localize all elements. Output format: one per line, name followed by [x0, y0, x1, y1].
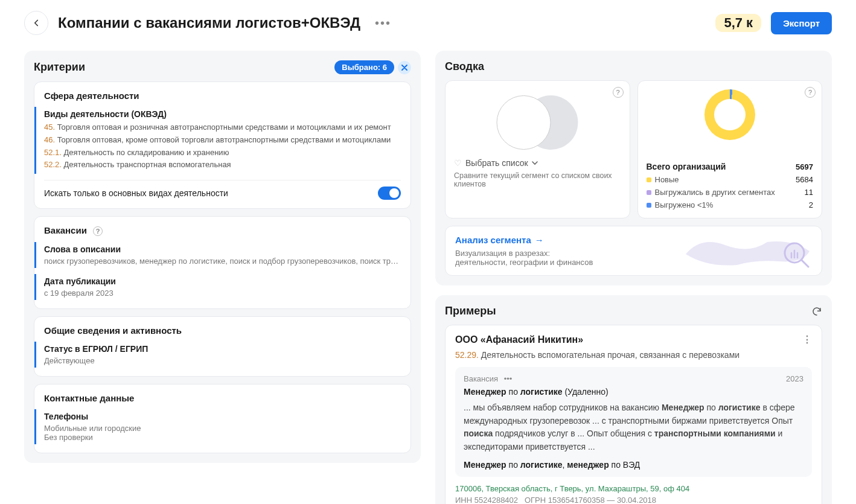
- close-icon: [401, 65, 407, 71]
- vacancy-title: Менеджер по логистике (Удаленно): [464, 387, 803, 397]
- vacancy-label: Вакансия: [464, 374, 498, 383]
- general-card-title: Общие сведения и активность: [44, 325, 401, 336]
- phones-line2: Без проверки: [44, 433, 401, 442]
- company-okved-text: Деятельность вспомогательная прочая, свя…: [481, 350, 739, 360]
- date-text: с 19 февраля 2023: [44, 289, 401, 298]
- main-okved-toggle[interactable]: [378, 187, 401, 200]
- stat-row: Выгружено <1%2: [647, 200, 814, 209]
- activity-card: Сфера деятельности Виды деятельности (ОК…: [34, 81, 411, 209]
- totals-label: Всего организаций: [647, 162, 726, 171]
- totals-card: ? Всего организаций 5697 Новые5684Выгруж…: [637, 80, 823, 219]
- export-button[interactable]: Экспорт: [771, 12, 832, 34]
- select-list-dropdown[interactable]: ♡ Выбрать список: [454, 158, 621, 168]
- status-block[interactable]: Статус в ЕГРЮЛ / ЕГРИП Действующее: [34, 342, 401, 368]
- contacts-card-title: Контактные данные: [44, 393, 401, 403]
- status-text: Действующее: [44, 356, 401, 365]
- clear-selection-button[interactable]: [398, 61, 411, 74]
- okved-line: 52.2. Деятельность транспортная вспомога…: [44, 159, 401, 171]
- words-block[interactable]: Слова в описании поиск грузоперевозчиков…: [34, 242, 401, 268]
- example-company-card: ООО «Афанасий Никитин» ⋮ 52.29. Деятельн…: [445, 325, 822, 504]
- company-okved-code: 52.29.: [455, 350, 479, 360]
- refresh-button[interactable]: [811, 306, 822, 317]
- vacancy-tags: Менеджер по логистике, менеджер по ВЭД: [464, 460, 803, 470]
- company-registry-line: ИНН 5524288402 ОГРН 1536541760358 — 30.0…: [455, 496, 812, 504]
- examples-heading: Примеры: [445, 305, 496, 317]
- arrow-left-icon: [31, 18, 42, 28]
- donut-chart: [704, 89, 755, 140]
- page-title: Компании с вакансиями логистов+ОКВЭД: [58, 14, 360, 31]
- okved-block-title: Виды деятельности (ОКВЭД): [44, 109, 401, 119]
- refresh-icon: [811, 306, 822, 317]
- analysis-link-text: Анализ сегмента: [455, 235, 531, 245]
- back-button[interactable]: [24, 11, 48, 35]
- general-card: Общие сведения и активность Статус в ЕГР…: [34, 316, 411, 377]
- compare-card: ? ♡ Выбрать список Сравните текущий сегм…: [445, 80, 630, 219]
- vacancies-card-title: Вакансии: [44, 225, 87, 235]
- vacancy-description: ... мы объявляем набор сотрудников на ва…: [464, 401, 803, 454]
- stat-row: Выгружались в других сегментах11: [647, 188, 814, 197]
- venn-diagram: [454, 89, 621, 156]
- main-okved-toggle-label: Искать только в основных видах деятельно…: [44, 188, 228, 198]
- date-title: Дата публикации: [44, 276, 401, 286]
- company-address: 170006, Тверская область, г Тверь, ул. М…: [455, 484, 812, 493]
- heart-icon: ♡: [454, 158, 462, 168]
- vacancy-more[interactable]: •••: [504, 374, 513, 383]
- more-menu[interactable]: •••: [375, 16, 391, 30]
- compare-note: Сравните текущий сегмент со списком свои…: [454, 171, 621, 188]
- okved-block[interactable]: Виды деятельности (ОКВЭД) 45. Торговля о…: [34, 107, 401, 174]
- arrow-right-icon: →: [535, 235, 544, 245]
- phones-title: Телефоны: [44, 412, 401, 421]
- words-title: Слова в описании: [44, 244, 401, 254]
- vacancy-box: Вакансия ••• 2023 Менеджер по логистике …: [455, 367, 812, 477]
- svg-line-1: [802, 260, 808, 267]
- help-icon[interactable]: ?: [93, 226, 103, 236]
- okved-line: 46. Торговля оптовая, кроме оптовой торг…: [44, 134, 401, 147]
- company-name[interactable]: ООО «Афанасий Никитин»: [455, 334, 583, 345]
- okved-line: 52.1. Деятельность по складированию и хр…: [44, 147, 401, 159]
- stat-row: Новые5684: [647, 175, 814, 184]
- date-block[interactable]: Дата публикации с 19 февраля 2023: [34, 274, 401, 300]
- vacancies-card: Вакансии ? Слова в описании поиск грузоп…: [34, 216, 411, 309]
- status-title: Статус в ЕГРЮЛ / ЕГРИП: [44, 344, 401, 354]
- map-decoration: [683, 230, 816, 272]
- activity-card-title: Сфера деятельности: [44, 91, 401, 101]
- okved-line: 45. Торговля оптовая и розничная автотра…: [44, 121, 401, 134]
- totals-value: 5697: [796, 162, 813, 171]
- vacancy-year: 2023: [786, 374, 803, 383]
- summary-heading: Сводка: [445, 60, 484, 73]
- contacts-card: Контактные данные Телефоны Мобильные или…: [34, 384, 411, 453]
- phones-line1: Мобильные или городские: [44, 424, 401, 433]
- result-count-badge: 5,7 к: [715, 14, 761, 32]
- phones-block[interactable]: Телефоны Мобильные или городские Без про…: [34, 409, 401, 444]
- analysis-card[interactable]: Анализ сегмента → Визуализация в разреза…: [445, 226, 822, 276]
- info-icon[interactable]: ?: [805, 87, 816, 98]
- words-text: поиск грузоперевозчиков, менеджер по лог…: [44, 257, 401, 266]
- company-menu[interactable]: ⋮: [802, 334, 812, 345]
- criteria-heading: Критерии: [34, 61, 85, 74]
- chevron-down-icon: [532, 160, 538, 166]
- selected-count-pill[interactable]: Выбрано: 6: [334, 60, 394, 74]
